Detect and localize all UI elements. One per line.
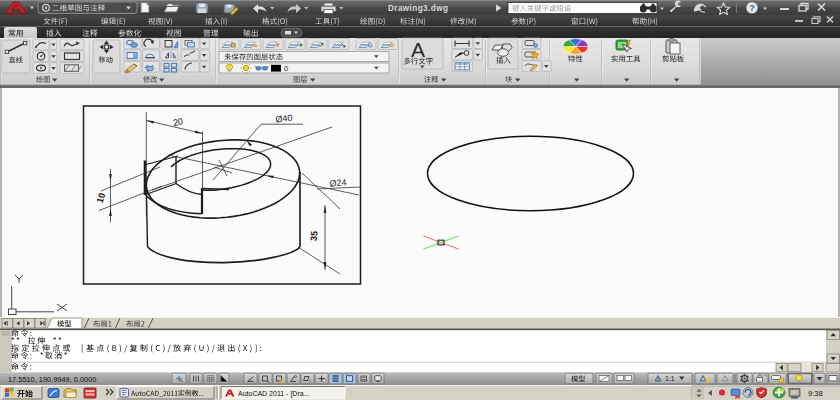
svg-text:Drawing3.dwg: Drawing3.dwg: [388, 4, 448, 13]
svg-text:AutoCAD 2011 - [Dra...: AutoCAD 2011 - [Dra...: [238, 390, 310, 398]
svg-text:Ø40: Ø40: [275, 113, 293, 125]
svg-text:?: ?: [749, 3, 755, 13]
svg-text:A: A: [411, 38, 425, 61]
svg-text:20: 20: [172, 116, 184, 128]
svg-text:35: 35: [309, 231, 320, 242]
svg-text:1:1: 1:1: [665, 375, 675, 382]
svg-text:0: 0: [284, 64, 288, 73]
svg-text:Ø24: Ø24: [329, 177, 347, 188]
svg-text:9:38: 9:38: [808, 389, 823, 398]
svg-text:17.5510, 190.9949, 0.0000: 17.5510, 190.9949, 0.0000: [8, 375, 96, 384]
